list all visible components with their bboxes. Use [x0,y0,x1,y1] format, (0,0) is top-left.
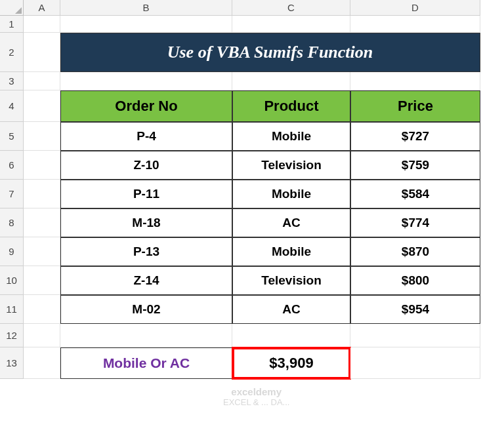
cell-D1[interactable] [350,16,480,33]
table-row[interactable]: Z-14 [60,266,232,295]
watermark-line1: exceldemy [231,386,282,397]
table-row[interactable]: M-18 [60,208,232,237]
cell-D3[interactable] [350,72,480,90]
table-row[interactable]: $954 [350,295,480,324]
cell-A2[interactable] [24,33,60,72]
title-cell[interactable]: Use of VBA Sumifs Function [60,33,480,72]
cell-B1[interactable] [60,16,232,33]
row-head-10[interactable]: 10 [0,266,24,295]
header-order[interactable]: Order No [60,90,232,122]
cell-A6[interactable] [24,151,60,180]
header-product[interactable]: Product [232,90,350,122]
watermark: exceldemy EXCEL & ... DA... [223,387,289,407]
col-head-B[interactable]: B [60,0,232,16]
cell-A1[interactable] [24,16,60,33]
table-row[interactable]: AC [232,295,350,324]
row-head-5[interactable]: 5 [0,122,24,151]
table-row[interactable]: $727 [350,122,480,151]
table-row[interactable]: Television [232,151,350,180]
table-row[interactable]: P-4 [60,122,232,151]
table-row[interactable]: Z-10 [60,151,232,180]
cell-A3[interactable] [24,72,60,90]
cell-A8[interactable] [24,208,60,237]
table-row[interactable]: P-13 [60,237,232,266]
table-row[interactable]: P-11 [60,180,232,208]
result-label[interactable]: Mobile Or AC [60,347,232,379]
row-head-6[interactable]: 6 [0,151,24,180]
watermark-line2: EXCEL & ... DA... [223,397,289,407]
cell-A10[interactable] [24,266,60,295]
result-value[interactable]: $3,909 [232,347,350,379]
col-head-C[interactable]: C [232,0,350,16]
cell-A5[interactable] [24,122,60,151]
table-row[interactable]: AC [232,208,350,237]
table-row[interactable]: M-02 [60,295,232,324]
table-row[interactable]: Mobile [232,237,350,266]
row-head-13[interactable]: 13 [0,347,24,379]
select-all-corner[interactable] [0,0,24,16]
table-row[interactable]: Television [232,266,350,295]
table-row[interactable]: Mobile [232,180,350,208]
table-row[interactable]: $584 [350,180,480,208]
cell-A11[interactable] [24,295,60,324]
row-head-7[interactable]: 7 [0,180,24,208]
col-head-A[interactable]: A [24,0,60,16]
table-row[interactable]: $800 [350,266,480,295]
cell-A7[interactable] [24,180,60,208]
header-price[interactable]: Price [350,90,480,122]
cell-B12[interactable] [60,324,232,347]
table-row[interactable]: $774 [350,208,480,237]
cell-C3[interactable] [232,72,350,90]
cell-A4[interactable] [24,90,60,122]
row-head-8[interactable]: 8 [0,208,24,237]
cell-D12[interactable] [350,324,480,347]
cell-D13[interactable] [350,347,480,379]
row-head-9[interactable]: 9 [0,237,24,266]
table-row[interactable]: $759 [350,151,480,180]
col-head-D[interactable]: D [350,0,480,16]
row-head-12[interactable]: 12 [0,324,24,347]
cell-B3[interactable] [60,72,232,90]
table-row[interactable]: $870 [350,237,480,266]
cell-A12[interactable] [24,324,60,347]
cell-A9[interactable] [24,237,60,266]
row-head-2[interactable]: 2 [0,33,24,72]
cell-A13[interactable] [24,347,60,379]
spreadsheet-grid: A B C D 1 2 3 4 5 6 7 8 9 10 11 12 13 Us… [0,0,480,379]
cell-C12[interactable] [232,324,350,347]
cell-C1[interactable] [232,16,350,33]
row-head-11[interactable]: 11 [0,295,24,324]
row-head-3[interactable]: 3 [0,72,24,90]
table-row[interactable]: Mobile [232,122,350,151]
row-head-4[interactable]: 4 [0,90,24,122]
row-head-1[interactable]: 1 [0,16,24,33]
